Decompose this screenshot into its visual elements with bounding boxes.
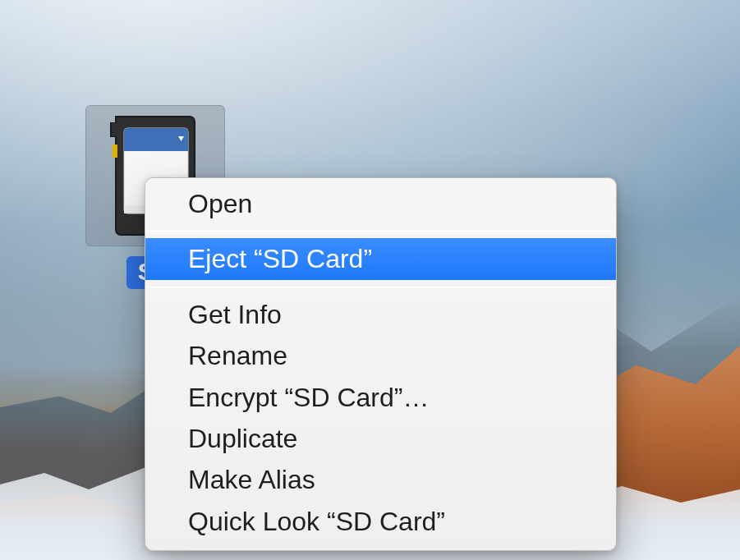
svg-rect-1 xyxy=(113,145,117,158)
menu-item-duplicate[interactable]: Duplicate xyxy=(145,418,616,459)
menu-item-quick-look[interactable]: Quick Look “SD Card” xyxy=(145,501,616,542)
menu-item-get-info[interactable]: Get Info xyxy=(145,294,616,335)
svg-rect-4 xyxy=(124,145,188,151)
menu-separator xyxy=(147,287,614,287)
menu-item-make-alias[interactable]: Make Alias xyxy=(145,459,616,500)
menu-item-encrypt[interactable]: Encrypt “SD Card”… xyxy=(145,377,616,418)
menu-separator xyxy=(147,231,614,232)
svg-rect-0 xyxy=(112,123,117,136)
menu-item-rename[interactable]: Rename xyxy=(145,335,616,376)
context-menu[interactable]: Open Eject “SD Card” Get Info Rename Enc… xyxy=(145,177,617,551)
menu-item-open[interactable]: Open xyxy=(145,183,616,224)
menu-item-eject[interactable]: Eject “SD Card” xyxy=(145,238,616,279)
